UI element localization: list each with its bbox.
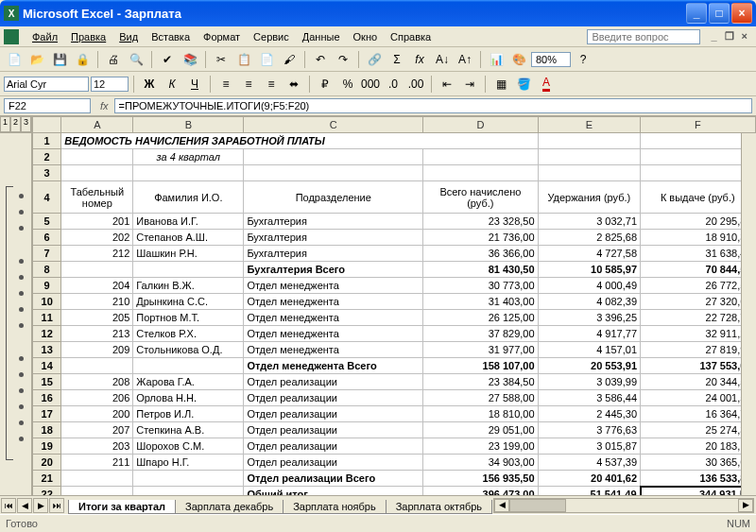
format-painter-button[interactable]: 🖌 xyxy=(279,49,300,70)
cell[interactable]: 25 274,37 xyxy=(641,422,755,438)
increase-decimal-button[interactable]: .00 xyxy=(405,74,426,94)
cell[interactable]: 206 xyxy=(61,390,133,406)
col-header-B[interactable]: B xyxy=(133,117,244,133)
outline-dot[interactable] xyxy=(19,291,24,296)
cell[interactable]: Дрынкина С.С. xyxy=(133,294,244,310)
cell[interactable] xyxy=(133,471,244,487)
menu-data[interactable]: Данные xyxy=(297,29,346,44)
row-header[interactable]: 18 xyxy=(33,422,61,438)
formula-input[interactable] xyxy=(114,98,752,113)
cell[interactable]: 201 xyxy=(61,214,133,230)
cell[interactable]: 4 000,49 xyxy=(538,278,640,294)
italic-button[interactable]: К xyxy=(162,74,182,94)
menu-edit[interactable]: Правка xyxy=(65,29,112,44)
menu-insert[interactable]: Вставка xyxy=(146,29,196,44)
comma-button[interactable]: 000 xyxy=(360,74,381,94)
cell[interactable]: 23 199,00 xyxy=(423,438,538,455)
spreadsheet-grid[interactable]: ABCDEF 1ВЕДОМОСТЬ НАЧИСЛЕНИЯ ЗАРАБОТНОЙ … xyxy=(32,116,756,495)
row-header[interactable]: 19 xyxy=(33,438,61,455)
outline-dot[interactable] xyxy=(19,323,24,328)
row-header[interactable]: 17 xyxy=(33,406,61,422)
cell[interactable]: 26 772,51 xyxy=(641,278,755,294)
cell[interactable]: Отдел менеджента Всего xyxy=(244,358,423,374)
print-preview-button[interactable]: 🔍 xyxy=(126,49,146,70)
cell[interactable]: Отдел реализации Всего xyxy=(244,471,423,487)
cell[interactable]: 20 401,62 xyxy=(538,471,640,487)
underline-button[interactable]: Ч xyxy=(184,74,205,94)
borders-button[interactable]: ▦ xyxy=(490,74,511,94)
fx-button[interactable]: fx xyxy=(409,49,430,70)
outline-level-1[interactable]: 1 xyxy=(0,116,10,132)
cell[interactable]: ВЕДОМОСТЬ НАЧИСЛЕНИЯ ЗАРАБОТНОЙ ПЛАТЫ xyxy=(61,133,538,149)
menu-service[interactable]: Сервис xyxy=(248,29,295,44)
cell[interactable]: 16 364,70 xyxy=(641,406,755,422)
cell[interactable]: 29 051,00 xyxy=(423,422,538,438)
cell[interactable]: Подразделение xyxy=(244,181,423,214)
outline-dot[interactable] xyxy=(19,372,24,377)
cell[interactable]: Портнов М.Т. xyxy=(133,310,244,326)
cell[interactable]: Бухгалтерия xyxy=(244,230,423,246)
cell[interactable]: 26 125,00 xyxy=(423,310,538,326)
menu-help[interactable]: Справка xyxy=(385,29,437,44)
cell[interactable] xyxy=(61,471,133,487)
cell[interactable]: Галкин В.Ж. xyxy=(133,278,244,294)
cell[interactable]: 32 911,23 xyxy=(641,326,755,342)
cell[interactable]: 200 xyxy=(61,406,133,422)
row-header[interactable]: 5 xyxy=(33,214,61,230)
cell[interactable]: Степкина А.В. xyxy=(133,422,244,438)
scroll-thumb[interactable] xyxy=(509,499,566,512)
cell[interactable] xyxy=(133,262,244,278)
outline-dot[interactable] xyxy=(19,420,24,425)
cell[interactable]: 24 001,56 xyxy=(641,390,755,406)
cell[interactable]: 20 344,52 xyxy=(641,374,755,390)
cell[interactable]: Бухгалтерия Всего xyxy=(244,262,423,278)
cell[interactable]: 37 829,00 xyxy=(423,326,538,342)
new-button[interactable]: 📄 xyxy=(4,49,25,70)
outline-dot[interactable] xyxy=(19,437,24,441)
paste-button[interactable]: 📄 xyxy=(256,49,277,70)
cell[interactable]: 156 935,50 xyxy=(423,471,538,487)
menu-file[interactable]: Файл xyxy=(26,29,63,44)
cell[interactable]: Стольникова О.Д. xyxy=(133,342,244,358)
horizontal-scrollbar[interactable]: ◀ ▶ xyxy=(493,498,754,513)
cell[interactable]: Отдел реализации xyxy=(244,422,423,438)
outline-pane[interactable]: 1 2 3 xyxy=(0,116,32,495)
cell[interactable]: Бухгалтерия xyxy=(244,246,423,262)
cell[interactable]: 30 773,00 xyxy=(423,278,538,294)
cell[interactable]: 3 039,99 xyxy=(538,374,640,390)
name-box[interactable] xyxy=(4,98,91,113)
cell[interactable]: 27 819,99 xyxy=(641,342,755,358)
cell[interactable]: 4 917,77 xyxy=(538,326,640,342)
decrease-decimal-button[interactable]: .0 xyxy=(383,74,404,94)
col-header-C[interactable]: C xyxy=(244,117,423,133)
cell[interactable]: 3 032,71 xyxy=(538,214,640,230)
cell[interactable] xyxy=(244,165,423,181)
cell[interactable]: Бухгалтерия xyxy=(244,214,423,230)
cell[interactable] xyxy=(538,165,640,181)
scroll-right-button[interactable]: ▶ xyxy=(738,499,753,512)
sort-asc-button[interactable]: A↓ xyxy=(432,49,453,70)
menu-window[interactable]: Окно xyxy=(348,29,384,44)
cell[interactable]: Общий итог xyxy=(244,487,423,496)
row-header[interactable]: 15 xyxy=(33,374,61,390)
research-button[interactable]: 📚 xyxy=(180,49,200,70)
cell[interactable]: 3 776,63 xyxy=(538,422,640,438)
cell[interactable]: Отдел менеджента xyxy=(244,342,423,358)
col-header-E[interactable]: E xyxy=(538,117,640,133)
cell[interactable]: Отдел реализации xyxy=(244,374,423,390)
mdi-close[interactable]: × xyxy=(739,29,750,43)
cell[interactable]: 205 xyxy=(61,310,133,326)
maximize-button[interactable]: □ xyxy=(709,3,730,24)
cell[interactable]: 211 xyxy=(61,455,133,471)
row-header[interactable]: 3 xyxy=(33,165,61,181)
cell[interactable]: Отдел менеджента xyxy=(244,278,423,294)
cell[interactable]: 10 585,97 xyxy=(538,262,640,278)
menu-format[interactable]: Формат xyxy=(198,29,246,44)
tab-last-button[interactable]: ⏭ xyxy=(49,498,64,513)
row-header[interactable]: 9 xyxy=(33,278,61,294)
outline-dot[interactable] xyxy=(19,388,24,393)
font-size-select[interactable] xyxy=(91,77,129,92)
row-header[interactable]: 1 xyxy=(33,133,61,149)
cell[interactable]: 20 183,13 xyxy=(641,438,755,455)
cell[interactable]: 2 825,68 xyxy=(538,230,640,246)
